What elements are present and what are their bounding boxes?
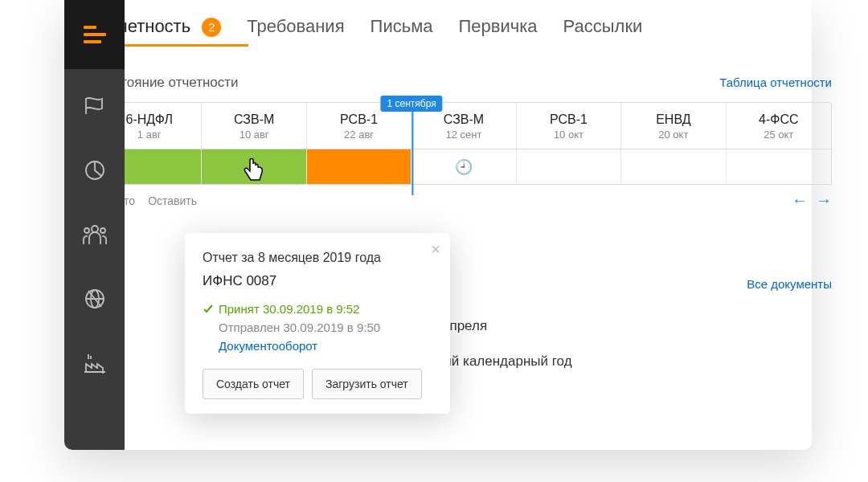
tab-primary[interactable]: Первичка bbox=[459, 16, 538, 47]
timeline-head[interactable]: СЗВ-М10 авг bbox=[202, 103, 306, 149]
create-report-button[interactable]: Создать отчет bbox=[203, 369, 304, 399]
timeline-status[interactable] bbox=[517, 149, 621, 184]
accepted-status: Принят 30.09.2019 в 9:52 bbox=[203, 302, 432, 316]
timeline-head[interactable]: РСВ-110 окт bbox=[517, 103, 621, 149]
globe-strike-icon[interactable] bbox=[82, 286, 108, 312]
timeline-head[interactable]: ЕНВД20 окт bbox=[621, 103, 726, 149]
timeline-status[interactable] bbox=[621, 149, 726, 184]
workflow-link[interactable]: Документооборот bbox=[219, 339, 432, 353]
popover-org: ИФНС 0087 bbox=[203, 273, 432, 289]
upload-report-button[interactable]: Загрузить отчет bbox=[312, 369, 422, 399]
timeline: 1 сентября 6-НДФЛ1 авг СЗВ-М10 авг РСВ-1… bbox=[96, 102, 832, 210]
people-icon[interactable] bbox=[82, 222, 108, 247]
popover-title: Отчет за 8 месяцев 2019 года bbox=[203, 251, 432, 265]
top-tabs: Отчетность 2 Требования Письма Первичка … bbox=[96, 16, 832, 47]
sidebar-logo-area bbox=[64, 0, 125, 69]
sent-status: Отправлен 30.09.2019 в 9:50 bbox=[219, 321, 432, 334]
clock-icon: 🕘 bbox=[455, 158, 473, 176]
keep-link[interactable]: Оставить bbox=[148, 194, 197, 207]
timeline-next-arrow-icon[interactable]: → bbox=[816, 191, 832, 210]
svg-point-3 bbox=[100, 228, 105, 233]
timeline-status[interactable]: 🕘 bbox=[411, 149, 516, 184]
current-date-marker: 1 сентября bbox=[381, 96, 443, 112]
svg-point-2 bbox=[84, 228, 89, 233]
chart-pie-icon[interactable] bbox=[82, 157, 108, 183]
timeline-head[interactable]: 4-ФСС25 окт bbox=[727, 103, 831, 149]
close-icon[interactable]: × bbox=[431, 241, 440, 257]
factory-icon[interactable] bbox=[82, 350, 108, 376]
all-documents-link[interactable]: Все документы bbox=[747, 277, 832, 291]
tab-requirements[interactable]: Требования bbox=[247, 16, 344, 47]
timeline-status[interactable] bbox=[727, 149, 831, 184]
timeline-prev-arrow-icon[interactable]: ← bbox=[792, 191, 808, 210]
timeline-status[interactable] bbox=[307, 149, 411, 184]
marker-label: 1 сентября bbox=[381, 96, 443, 112]
sidebar bbox=[64, 0, 125, 450]
tab-letters[interactable]: Письма bbox=[371, 16, 433, 47]
app-logo-icon bbox=[84, 26, 106, 43]
timeline-status[interactable] bbox=[202, 149, 306, 184]
tab-mailings[interactable]: Рассылки bbox=[563, 16, 643, 47]
main-content: Отчетность 2 Требования Письма Первичка … bbox=[60, 0, 868, 482]
reporting-table-link[interactable]: Таблица отчетности bbox=[719, 76, 832, 89]
flag-icon[interactable] bbox=[82, 93, 108, 119]
report-popover: × Отчет за 8 месяцев 2019 года ИФНС 0087… bbox=[185, 233, 450, 414]
svg-point-1 bbox=[92, 226, 98, 232]
reporting-badge: 2 bbox=[202, 18, 221, 37]
